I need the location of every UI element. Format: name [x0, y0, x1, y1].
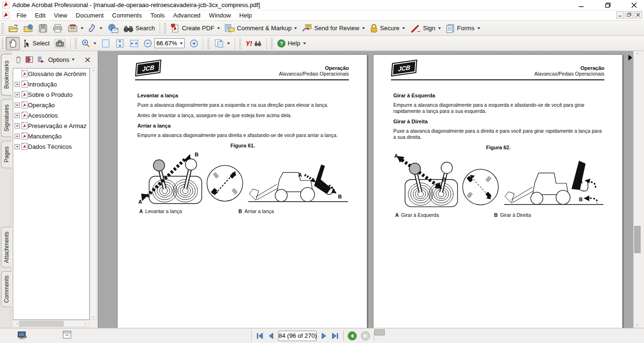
sign-button[interactable]: Sign — [407, 22, 443, 35]
menu-tools[interactable]: Tools — [146, 11, 169, 20]
scroll-up-icon[interactable]: ⌃ — [634, 52, 641, 57]
previous-page-icon[interactable] — [268, 332, 274, 340]
expand-plus-icon[interactable]: + — [15, 92, 20, 97]
toolbar-grip[interactable] — [75, 38, 77, 49]
scroll-right-icon[interactable]: › — [83, 321, 88, 326]
document-vertical-scrollbar[interactable]: ⌃ ⌄ — [633, 51, 641, 328]
reading-mode-icon[interactable] — [17, 331, 27, 340]
create-pdf-button[interactable]: Create PDF — [168, 22, 222, 35]
menu-file[interactable]: File — [12, 11, 31, 20]
expand-plus-icon[interactable]: + — [15, 113, 20, 118]
scroll-down-icon[interactable]: ⌄ — [90, 314, 96, 318]
scroll-down-icon[interactable]: ⌄ — [634, 322, 641, 326]
expand-plus-icon[interactable]: + — [15, 103, 20, 108]
forms-caret[interactable] — [477, 27, 480, 29]
scrollbar-thumb[interactable] — [19, 321, 64, 326]
doc-minimize-button[interactable] — [616, 11, 624, 18]
toolbar-grip[interactable] — [239, 38, 241, 49]
scrollbar-thumb[interactable] — [634, 226, 641, 253]
zoom-in-button[interactable] — [187, 37, 201, 50]
tab-comments[interactable]: Comments — [1, 271, 11, 307]
panel-vertical-scrollbar[interactable]: ⌃ ⌄ — [90, 68, 97, 320]
expand-plus-icon[interactable]: + — [15, 134, 20, 139]
toolbar-grip[interactable] — [207, 38, 210, 49]
snapshot-tool-button[interactable] — [52, 37, 68, 50]
next-page-icon[interactable] — [321, 332, 327, 340]
sign-caret[interactable] — [438, 27, 441, 29]
zoom-out-button[interactable] — [141, 37, 154, 50]
attach-button[interactable] — [86, 22, 105, 35]
open-button[interactable] — [6, 22, 21, 35]
fit-width-button[interactable] — [127, 37, 141, 50]
send-for-review-caret[interactable] — [362, 27, 365, 29]
secure-caret[interactable] — [402, 27, 405, 29]
bookmark-item[interactable]: + Introdução — [13, 79, 89, 89]
fit-page-button[interactable] — [113, 37, 127, 50]
menu-help[interactable]: Help — [235, 11, 256, 20]
organizer-button[interactable] — [65, 22, 86, 35]
yahoo-search-button[interactable]: Y! — [243, 38, 264, 49]
howto-pane-toggle-icon[interactable] — [628, 55, 632, 60]
zoom-level-input[interactable] — [156, 40, 179, 47]
send-for-review-button[interactable]: Send for Review — [299, 22, 367, 35]
expand-plus-icon[interactable]: + — [15, 144, 20, 149]
menu-comments[interactable]: Comments — [108, 11, 146, 20]
expand-plus-icon[interactable]: + — [15, 123, 20, 129]
toolbar-grip[interactable] — [164, 23, 166, 34]
page-display-caret[interactable] — [227, 43, 230, 44]
zoom-level-caret[interactable] — [180, 43, 183, 44]
forms-button[interactable]: Forms — [443, 22, 483, 35]
search-button[interactable]: Search — [121, 22, 157, 35]
bookmark-item[interactable]: Glossário de Acrônim — [13, 69, 89, 79]
single-page-layout-icon[interactable] — [62, 331, 72, 339]
next-view-icon[interactable] — [361, 331, 370, 341]
menu-advanced[interactable]: Advanced — [169, 11, 205, 20]
bookmark-item[interactable]: + Operação — [13, 100, 89, 110]
tab-pages[interactable]: Pages — [1, 141, 11, 168]
close-button[interactable] — [628, 1, 640, 9]
comment-markup-button[interactable]: Comment & Markup — [222, 22, 300, 35]
menu-edit[interactable]: Edit — [31, 11, 50, 20]
secure-button[interactable]: Secure — [367, 22, 407, 35]
save-button[interactable] — [36, 22, 50, 35]
delete-bookmark-icon[interactable] — [15, 56, 22, 63]
page-display-button[interactable] — [212, 37, 232, 50]
bookmark-item[interactable]: + Dados Técnicos — [13, 141, 89, 152]
menu-view[interactable]: View — [50, 11, 71, 20]
menu-document[interactable]: Document — [71, 11, 108, 20]
print-button[interactable] — [50, 22, 65, 35]
previous-view-icon[interactable] — [347, 331, 357, 341]
toolbar-grip[interactable] — [1, 23, 4, 34]
select-tool-button[interactable]: Select — [20, 37, 52, 50]
first-page-icon[interactable] — [255, 332, 264, 340]
doc-close-button[interactable] — [634, 11, 642, 18]
new-bookmark-icon[interactable] — [37, 56, 44, 63]
open-web-page-button[interactable] — [21, 22, 36, 35]
menu-window[interactable]: Window — [205, 11, 235, 20]
attach-dropdown-caret[interactable] — [100, 27, 102, 29]
help-caret[interactable] — [303, 43, 306, 44]
email-button[interactable] — [105, 22, 121, 35]
bookmark-item[interactable]: + Acessórios — [13, 110, 89, 120]
help-button[interactable]: ? Help — [275, 37, 308, 50]
expand-current-bookmark-icon[interactable] — [25, 56, 33, 63]
minimize-button[interactable] — [575, 1, 587, 9]
comment-markup-caret[interactable] — [294, 27, 297, 29]
last-page-icon[interactable] — [331, 332, 339, 340]
doc-restore-button[interactable] — [625, 11, 633, 18]
bookmark-item[interactable]: + Sobre o Produto — [13, 89, 89, 100]
tab-attachments[interactable]: Attachments — [1, 227, 11, 267]
bookmark-item[interactable]: + Preservação e Armaz — [13, 120, 89, 131]
toolbar-grip[interactable] — [1, 38, 4, 49]
create-pdf-caret[interactable] — [217, 27, 220, 29]
page-number-field[interactable] — [278, 331, 317, 341]
zoom-tool-caret[interactable] — [93, 43, 96, 44]
panel-horizontal-scrollbar[interactable]: ‹ › — [13, 320, 90, 327]
tab-bookmarks[interactable]: Bookmarks — [1, 54, 11, 95]
close-panel-icon[interactable] — [85, 57, 90, 62]
options-menu-button[interactable]: Options — [48, 56, 75, 63]
document-horizontal-scrollbar-thumb[interactable] — [374, 329, 385, 335]
organizer-dropdown-caret[interactable] — [81, 27, 84, 29]
actual-size-button[interactable] — [99, 37, 113, 50]
restore-button[interactable] — [602, 1, 614, 9]
